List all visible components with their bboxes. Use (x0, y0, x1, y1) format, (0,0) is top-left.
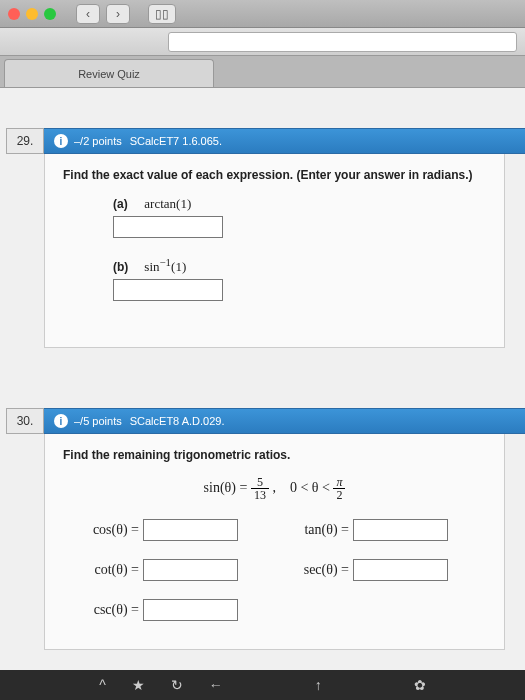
sec-label: sec(θ) = (293, 562, 353, 578)
question-ref: SCalcET7 1.6.065. (130, 135, 222, 147)
question-number: 29. (6, 128, 44, 154)
part-a: (a) arctan(1) (113, 196, 486, 212)
sidebar-toggle-icon[interactable]: ▯▯ (148, 4, 176, 24)
question-body: Find the remaining trigonometric ratios.… (44, 434, 505, 650)
tab-label: Review Quiz (78, 68, 140, 80)
question-points-bar: i –/5 points SCalcET8 A.D.029. (44, 408, 525, 434)
question-body: Find the exact value of each expression.… (44, 154, 505, 348)
tab-review-quiz[interactable]: Review Quiz (4, 59, 214, 87)
bottom-toolbar: ^ ★ ↻ ← ↑ ✿ (0, 670, 525, 700)
back-button[interactable]: ‹ (76, 4, 100, 24)
tan-label: tan(θ) = (293, 522, 353, 538)
maximize-icon[interactable] (44, 8, 56, 20)
part-a-expression: arctan(1) (144, 196, 191, 211)
refresh-icon[interactable]: ↻ (171, 677, 183, 693)
toolbar (0, 28, 525, 56)
question-header: 30. i –/5 points SCalcET8 A.D.029. (0, 408, 525, 434)
question-prompt: Find the remaining trigonometric ratios. (63, 448, 486, 462)
sec-input[interactable] (353, 559, 448, 581)
tab-bar: Review Quiz (0, 56, 525, 88)
cos-input[interactable] (143, 519, 238, 541)
cos-label: cos(θ) = (83, 522, 143, 538)
part-b: (b) sin−1(1) (113, 256, 486, 275)
points-label: –/2 points (74, 135, 122, 147)
app-window: ‹ › ▯▯ Review Quiz 29. i –/2 points SCal… (0, 0, 525, 700)
page-content: 29. i –/2 points SCalcET7 1.6.065. Find … (0, 88, 525, 670)
close-icon[interactable] (8, 8, 20, 20)
info-icon[interactable]: i (54, 134, 68, 148)
question-30: 30. i –/5 points SCalcET8 A.D.029. Find … (0, 408, 525, 650)
cot-input[interactable] (143, 559, 238, 581)
part-b-answer-input[interactable] (113, 279, 223, 301)
cot-label: cot(θ) = (83, 562, 143, 578)
question-ref: SCalcET8 A.D.029. (130, 415, 225, 427)
up-icon[interactable]: ↑ (315, 677, 322, 693)
minimize-icon[interactable] (26, 8, 38, 20)
star-icon[interactable]: ★ (132, 677, 145, 693)
part-a-label: (a) (113, 197, 141, 211)
given-equation: sin(θ) = 513 , 0 < θ < π2 (63, 476, 486, 501)
ratio-grid: cos(θ) = tan(θ) = cot(θ) = sec(θ) = csc(… (83, 519, 486, 621)
csc-label: csc(θ) = (83, 602, 143, 618)
url-bar[interactable] (168, 32, 517, 52)
part-b-label: (b) (113, 260, 141, 274)
tan-input[interactable] (353, 519, 448, 541)
points-label: –/5 points (74, 415, 122, 427)
csc-input[interactable] (143, 599, 238, 621)
gear-icon[interactable]: ✿ (414, 677, 426, 693)
info-icon[interactable]: i (54, 414, 68, 428)
part-b-expression: sin−1(1) (144, 259, 186, 274)
question-prompt: Find the exact value of each expression.… (63, 168, 486, 182)
back-icon[interactable]: ← (209, 677, 223, 693)
forward-button[interactable]: › (106, 4, 130, 24)
part-a-answer-input[interactable] (113, 216, 223, 238)
question-29: 29. i –/2 points SCalcET7 1.6.065. Find … (0, 128, 525, 348)
question-points-bar: i –/2 points SCalcET7 1.6.065. (44, 128, 525, 154)
caret-icon[interactable]: ^ (99, 677, 106, 693)
titlebar: ‹ › ▯▯ (0, 0, 525, 28)
question-header: 29. i –/2 points SCalcET7 1.6.065. (0, 128, 525, 154)
question-number: 30. (6, 408, 44, 434)
